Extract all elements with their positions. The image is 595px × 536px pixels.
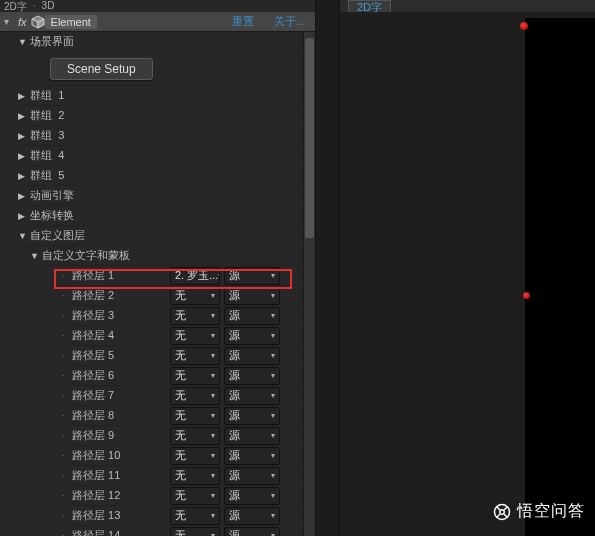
path-layer-label: 路径层 6 xyxy=(72,368,164,383)
layer-select-dropdown[interactable]: 无▾ xyxy=(170,427,220,445)
path-layer-row: ·路径层 4无▾源▾ xyxy=(0,326,315,346)
reset-link[interactable]: 重置 xyxy=(232,14,254,29)
chevron-down-icon: ▾ xyxy=(271,491,275,500)
source-select-dropdown[interactable]: 源▾ xyxy=(224,447,280,465)
source-select-dropdown[interactable]: 源▾ xyxy=(224,347,280,365)
chevron-down-icon: ▼ xyxy=(18,37,30,47)
group-row[interactable]: ▶群组 3 xyxy=(0,126,315,146)
bullet-icon: · xyxy=(62,451,72,460)
layer-select-dropdown[interactable]: 无▾ xyxy=(170,487,220,505)
source-select-dropdown[interactable]: 源▾ xyxy=(224,367,280,385)
path-layer-label: 路径层 4 xyxy=(72,328,164,343)
chevron-down-icon: ▾ xyxy=(271,311,275,320)
plugin-name[interactable]: Element xyxy=(45,15,97,29)
tab-dot: · xyxy=(33,0,36,11)
preview-tabbar: 2D字 xyxy=(340,0,595,12)
bullet-icon: · xyxy=(62,291,72,300)
path-layer-row: ·路径层 2无▾源▾ xyxy=(0,286,315,306)
bullet-icon: · xyxy=(62,511,72,520)
path-layer-label: 路径层 11 xyxy=(72,468,164,483)
source-select-dropdown[interactable]: 源▾ xyxy=(224,527,280,537)
layer-select-dropdown[interactable]: 无▾ xyxy=(170,307,220,325)
path-layer-row: ·路径层 12无▾源▾ xyxy=(0,486,315,506)
chevron-down-icon: ▾ xyxy=(271,471,275,480)
watermark-text: 悟空问答 xyxy=(517,501,585,522)
group-row[interactable]: ▶群组 4 xyxy=(0,146,315,166)
tab-2d[interactable]: 2D字 xyxy=(4,0,27,14)
tab-3d[interactable]: 3D xyxy=(42,0,55,11)
bullet-icon: · xyxy=(62,331,72,340)
bullet-icon: · xyxy=(62,271,72,280)
gutter xyxy=(315,0,340,536)
source-select-dropdown[interactable]: 源▾ xyxy=(224,287,280,305)
chevron-down-icon: ▾ xyxy=(211,311,215,320)
chevron-right-icon: ▶ xyxy=(18,151,30,161)
scrollbar[interactable] xyxy=(303,32,315,536)
coord-transform-row[interactable]: ▶坐标转换 xyxy=(0,206,315,226)
chevron-down-icon: ▾ xyxy=(211,491,215,500)
source-select-dropdown[interactable]: 源▾ xyxy=(224,487,280,505)
layer-select-dropdown[interactable]: 无▾ xyxy=(170,407,220,425)
group-row[interactable]: ▶群组 5 xyxy=(0,166,315,186)
chevron-down-icon: ▾ xyxy=(211,471,215,480)
chevron-down-icon: ▾ xyxy=(211,291,215,300)
path-layer-label: 路径层 1 xyxy=(72,268,164,283)
about-link[interactable]: 关于... xyxy=(274,14,305,29)
source-select-dropdown[interactable]: 源▾ xyxy=(224,507,280,525)
source-select-dropdown[interactable]: 源▾ xyxy=(224,267,280,285)
anim-engine-row[interactable]: ▶动画引擎 xyxy=(0,186,315,206)
chevron-down-icon: ▾ xyxy=(211,451,215,460)
watermark-icon xyxy=(493,503,511,521)
group-row[interactable]: ▶群组 2 xyxy=(0,106,315,126)
chevron-down-icon: ▾ xyxy=(211,511,215,520)
top-tabs: 2D字 · 3D xyxy=(0,0,54,10)
source-select-dropdown[interactable]: 源▾ xyxy=(224,407,280,425)
layer-select-dropdown[interactable]: 无▾ xyxy=(170,347,220,365)
chevron-down-icon: ▾ xyxy=(271,411,275,420)
layer-select-dropdown[interactable]: 2. 罗玉...▾ xyxy=(170,267,220,285)
chevron-down-icon: ▾ xyxy=(211,331,215,340)
path-layer-label: 路径层 3 xyxy=(72,308,164,323)
group-row[interactable]: ▶群组 1 xyxy=(0,86,315,106)
custom-text-mask-row[interactable]: ▼自定义文字和蒙板 xyxy=(0,246,315,266)
path-layer-label: 路径层 2 xyxy=(72,288,164,303)
cube-icon xyxy=(31,15,45,29)
path-layer-row: ·路径层 3无▾源▾ xyxy=(0,306,315,326)
source-select-dropdown[interactable]: 源▾ xyxy=(224,387,280,405)
source-select-dropdown[interactable]: 源▾ xyxy=(224,467,280,485)
layer-select-dropdown[interactable]: 无▾ xyxy=(170,387,220,405)
path-layer-row: ·路径层 9无▾源▾ xyxy=(0,426,315,446)
path-layer-label: 路径层 14 xyxy=(72,528,164,536)
chevron-down-icon: ▾ xyxy=(271,511,275,520)
chevron-down-icon: ▾ xyxy=(218,271,220,280)
scene-setup-button[interactable]: Scene Setup xyxy=(50,58,153,80)
toggle-effect-icon[interactable]: ▾ xyxy=(4,16,14,27)
layer-select-dropdown[interactable]: 无▾ xyxy=(170,507,220,525)
chevron-down-icon: ▾ xyxy=(211,351,215,360)
layer-select-dropdown[interactable]: 无▾ xyxy=(170,327,220,345)
preview-tab[interactable]: 2D字 xyxy=(348,0,391,12)
svg-point-4 xyxy=(500,509,505,514)
layer-select-dropdown[interactable]: 无▾ xyxy=(170,527,220,537)
scrollbar-thumb[interactable] xyxy=(305,38,314,238)
layer-select-dropdown[interactable]: 无▾ xyxy=(170,367,220,385)
svg-line-6 xyxy=(504,506,507,509)
chevron-down-icon: ▾ xyxy=(271,371,275,380)
layer-select-dropdown[interactable]: 无▾ xyxy=(170,467,220,485)
custom-layer-row[interactable]: ▼自定义图层 xyxy=(0,226,315,246)
layer-select-dropdown[interactable]: 无▾ xyxy=(170,287,220,305)
scene-ui-header[interactable]: ▼ 场景界面 xyxy=(0,32,315,52)
bullet-icon: · xyxy=(62,471,72,480)
fx-bar: ▾ fx Element 重置 关于... xyxy=(0,12,315,32)
chevron-down-icon: ▾ xyxy=(211,431,215,440)
chevron-right-icon: ▶ xyxy=(18,171,30,181)
bullet-icon: · xyxy=(62,531,72,536)
path-layer-row: ·路径层 12. 罗玉...▾源▾ xyxy=(0,266,315,286)
source-select-dropdown[interactable]: 源▾ xyxy=(224,307,280,325)
chevron-right-icon: ▶ xyxy=(18,91,30,101)
source-select-dropdown[interactable]: 源▾ xyxy=(224,327,280,345)
source-select-dropdown[interactable]: 源▾ xyxy=(224,427,280,445)
layer-select-dropdown[interactable]: 无▾ xyxy=(170,447,220,465)
bullet-icon: · xyxy=(62,371,72,380)
path-layer-label: 路径层 12 xyxy=(72,488,164,503)
